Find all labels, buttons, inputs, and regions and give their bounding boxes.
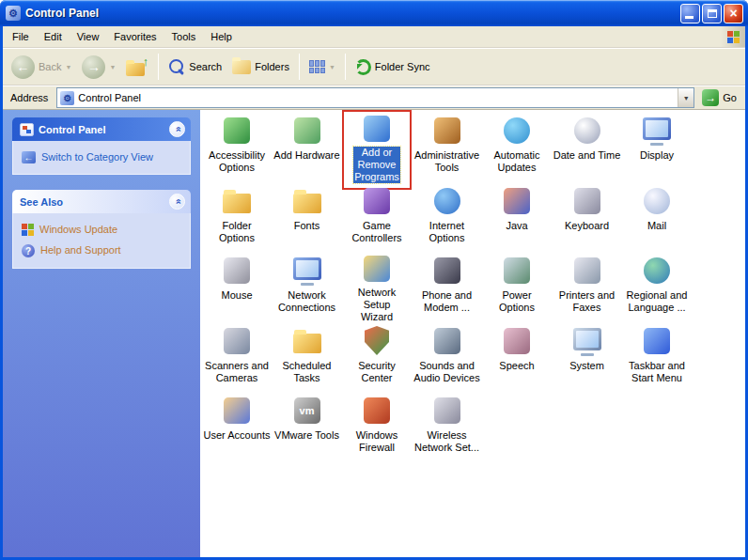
forward-button[interactable]: → ▼ [78,53,119,82]
administrative-tools-item[interactable]: Administrative Tools [413,113,482,183]
minimize-button[interactable] [680,4,700,23]
windows-flag-icon [727,31,740,43]
icon-label: Wireless Network Set... [413,429,480,454]
folders-label: Folders [255,61,289,72]
title-bar[interactable]: ⚙ Control Panel × [0,0,748,26]
address-bar: Address ⚙ Control Panel ▼ → Go [3,86,745,110]
panel-title: Control Panel [39,124,106,135]
icon-label: Date and Time [553,149,622,162]
help-support-link[interactable]: ? Help and Support [22,244,181,257]
vmware-tools-item[interactable]: vmVMware Tools [273,393,342,463]
accessibility-options-item[interactable]: Accessibility Options [202,113,272,183]
automatic-updates-item[interactable]: Automatic Updates [482,113,552,183]
mouse-item[interactable]: Mouse [202,253,272,323]
icon-label: Phone and Modem ... [421,289,473,314]
windows-update-link[interactable]: Windows Update [22,224,181,236]
folder-options-icon [221,185,253,217]
window-controls: × [680,4,743,23]
folder-sync-button[interactable]: Folder Sync [351,56,434,78]
mouse-icon [221,255,253,287]
fonts-item[interactable]: Fonts [273,183,342,254]
folder-options-item[interactable]: Folder Options [202,183,272,254]
back-button[interactable]: ← Back ▼ [8,53,75,82]
icon-label: Network Connections [277,289,336,314]
address-combobox[interactable]: ⚙ Control Panel ▼ [56,87,694,108]
go-button[interactable]: → Go [698,89,742,106]
category-view-icon: ← [22,151,36,163]
toolbar-separator [158,54,159,80]
date-and-time-icon [571,115,603,147]
minimize-icon [685,16,693,19]
address-value: Control Panel [78,92,141,103]
collapse-chevron-icon[interactable]: » [169,121,185,137]
back-label: Back [39,61,61,72]
panel-header-see-also[interactable]: See Also » [12,190,191,213]
regional-and-language-item[interactable]: Regional and Language ... [622,253,692,323]
speech-item[interactable]: Speech [482,323,552,394]
menu-view[interactable]: View [70,26,107,47]
scheduled-tasks-item[interactable]: Scheduled Tasks [273,323,342,394]
internet-options-item[interactable]: Internet Options [413,183,482,254]
icon-label: Automatic Updates [493,149,541,174]
administrative-tools-icon [431,115,463,147]
menu-edit[interactable]: Edit [37,26,70,47]
panel-title: See Also [20,196,63,208]
collapse-chevron-icon[interactable]: » [169,194,185,210]
maximize-button[interactable] [702,4,722,23]
menu-help[interactable]: Help [203,26,240,47]
add-remove-programs-icon [361,115,393,144]
menu-favorites[interactable]: Favorites [106,26,164,47]
switch-category-view-link[interactable]: ← Switch to Category View [22,151,181,163]
icon-label: Keyboard [564,220,610,232]
control-panel-icon [20,123,34,136]
back-dropdown-icon[interactable]: ▼ [65,64,71,70]
scanners-and-cameras-item[interactable]: Scanners and Cameras [202,323,272,394]
date-and-time-item[interactable]: Date and Time [553,113,622,183]
sounds-and-audio-item[interactable]: Sounds and Audio Devices [413,323,482,394]
taskbar-start-menu-item[interactable]: Taskbar and Start Menu [622,323,692,394]
views-button[interactable]: ▼ [305,57,339,76]
network-connections-item[interactable]: Network Connections [273,253,342,323]
keyboard-item[interactable]: Keyboard [553,183,622,254]
user-accounts-item[interactable]: User Accounts [202,393,272,463]
add-remove-programs-item[interactable]: Add or Remove Programs [342,113,412,183]
views-dropdown-icon[interactable]: ▼ [329,64,335,70]
java-item[interactable]: Java [482,183,552,254]
icon-label: Game Controllers [351,220,402,244]
network-setup-wizard-item[interactable]: Network Setup Wizard [342,253,412,323]
close-icon: × [729,7,737,20]
maximize-icon [708,9,717,18]
windows-firewall-item[interactable]: Windows Firewall [342,393,412,463]
security-center-item[interactable]: Security Center [342,323,412,394]
icon-label: Taskbar and Start Menu [628,360,686,384]
mail-item[interactable]: Mail [622,183,692,254]
icon-label: Fonts [293,220,321,232]
icon-label: Regional and Language ... [626,289,689,314]
up-button[interactable]: ↑ [122,54,152,79]
wireless-network-item[interactable]: Wireless Network Set... [413,393,482,463]
close-button[interactable]: × [724,4,743,23]
panel-see-also: See Also » Windows Update ? Help and Sup… [12,190,191,269]
display-item[interactable]: Display [622,113,692,183]
icon-label: VMware Tools [273,429,340,442]
phone-and-modem-item[interactable]: Phone and Modem ... [413,253,482,323]
icon-label: Power Options [482,289,552,314]
system-item[interactable]: System [553,323,622,394]
forward-dropdown-icon[interactable]: ▼ [109,64,116,70]
add-hardware-item[interactable]: Add Hardware [273,113,342,183]
sounds-and-audio-icon [431,325,463,357]
icon-label: Scheduled Tasks [282,360,333,384]
menu-file[interactable]: File [5,26,37,47]
printers-and-faxes-item[interactable]: Printers and Faxes [553,253,622,323]
menu-tools[interactable]: Tools [164,26,204,47]
search-button[interactable]: Search [164,55,226,78]
address-dropdown-button[interactable]: ▼ [678,88,693,107]
icon-label: User Accounts [203,429,272,442]
panel-header-control-panel[interactable]: Control Panel » [12,117,191,141]
control-panel-window-icon: ⚙ [6,6,21,21]
game-controllers-item[interactable]: Game Controllers [342,183,412,254]
folders-button[interactable]: Folders [228,57,293,77]
power-options-item[interactable]: Power Options [482,253,552,323]
content-area: Control Panel » ← Switch to Category Vie… [3,110,745,557]
folder-sync-label: Folder Sync [375,61,430,72]
